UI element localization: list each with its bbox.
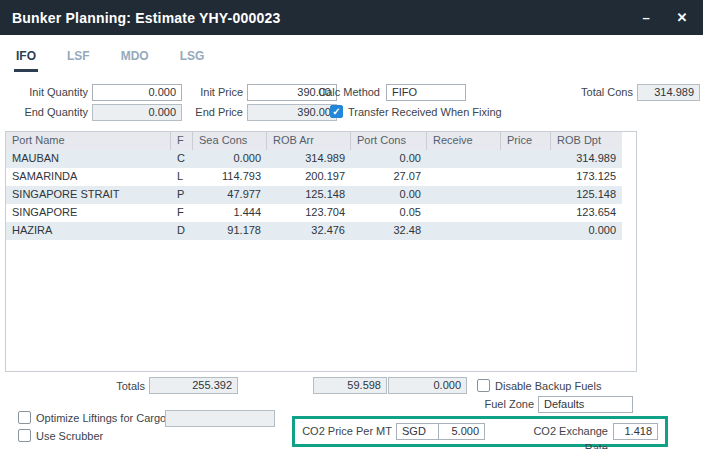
cell-port-cons[interactable]: 0.00 xyxy=(351,150,427,168)
cell-price[interactable] xyxy=(501,204,551,222)
cell-rob-arr[interactable]: 314.989 xyxy=(267,150,351,168)
optimize-liftings-label: Optimize Liftings for Cargo: xyxy=(36,411,169,425)
dialog-title: Bunker Planning: Estimate YHY-000023 xyxy=(0,10,280,26)
total-cons-label: Total Cons xyxy=(578,84,633,101)
end-price-field: 390.00 xyxy=(247,104,337,121)
co2-price-per-mt-label: CO2 Price Per MT xyxy=(300,423,392,440)
cell-receive[interactable] xyxy=(427,150,501,168)
cell-rob-arr[interactable]: 123.704 xyxy=(267,204,351,222)
init-quantity-label: Init Quantity xyxy=(0,84,88,101)
cell-receive[interactable] xyxy=(427,186,501,204)
cell-rob-dpt[interactable]: 125.148 xyxy=(551,186,622,204)
calc-method-label: Calc Method xyxy=(308,84,380,101)
table-row[interactable]: MAUBAN C 0.000 314.989 0.00 314.989 xyxy=(6,150,636,168)
col-header-sea-cons[interactable]: Sea Cons xyxy=(193,132,267,150)
col-header-port-cons[interactable]: Port Cons xyxy=(351,132,427,150)
cell-f[interactable]: F xyxy=(171,204,193,222)
end-price-label: End Price xyxy=(190,104,243,121)
cell-rob-arr[interactable]: 32.476 xyxy=(267,222,351,240)
table-header-row: Port Name F Sea Cons ROB Arr Port Cons R… xyxy=(6,132,636,150)
col-header-rob-arr[interactable]: ROB Arr xyxy=(267,132,351,150)
cell-sea-cons[interactable]: 47.977 xyxy=(193,186,267,204)
close-icon[interactable]: ✕ xyxy=(665,0,699,35)
co2-exchange-rate-label: CO2 Exchange Rate xyxy=(508,423,608,449)
table-row[interactable]: SINGAPORE STRAIT P 47.977 125.148 0.00 1… xyxy=(6,186,636,204)
cell-port-name[interactable]: SINGAPORE STRAIT xyxy=(6,186,171,204)
cell-port-name[interactable]: HAZIRA xyxy=(6,222,171,240)
cell-port-name[interactable]: MAUBAN xyxy=(6,150,171,168)
totals-port-cons-field: 59.598 xyxy=(313,377,387,394)
cell-f[interactable]: C xyxy=(171,150,193,168)
tab-lsf[interactable]: LSF xyxy=(65,46,92,72)
totals-receive-field: 0.000 xyxy=(388,377,467,394)
fuel-zone-set-field[interactable]: Defaults xyxy=(538,396,633,413)
co2-currency-field[interactable]: SGD xyxy=(396,423,439,440)
table-row[interactable]: SAMARINDA L 114.793 200.197 27.07 173.12… xyxy=(6,168,636,186)
cell-price[interactable] xyxy=(501,186,551,204)
tab-lsg[interactable]: LSG xyxy=(178,46,207,72)
bunker-port-table: Port Name F Sea Cons ROB Arr Port Cons R… xyxy=(5,131,637,372)
co2-settings-highlight-box: CO2 Price Per MT SGD 5.000 CO2 Exchange … xyxy=(292,416,668,447)
cell-sea-cons[interactable]: 0.000 xyxy=(193,150,267,168)
cell-f[interactable]: P xyxy=(171,186,193,204)
transfer-received-checkbox[interactable]: ✓ xyxy=(330,105,343,118)
cell-rob-dpt[interactable]: 173.125 xyxy=(551,168,622,186)
cell-f[interactable]: L xyxy=(171,168,193,186)
cell-port-name[interactable]: SINGAPORE xyxy=(6,204,171,222)
dialog-titlebar: Bunker Planning: Estimate YHY-000023 – ✕ xyxy=(0,0,703,35)
col-header-price[interactable]: Price xyxy=(501,132,551,150)
col-header-receive[interactable]: Receive xyxy=(427,132,501,150)
cell-price[interactable] xyxy=(501,150,551,168)
tab-mdo[interactable]: MDO xyxy=(119,46,151,72)
cell-port-cons[interactable]: 0.05 xyxy=(351,204,427,222)
table-row[interactable]: SINGAPORE F 1.444 123.704 0.05 123.654 xyxy=(6,204,636,222)
cell-rob-dpt[interactable]: 123.654 xyxy=(551,204,622,222)
cell-receive[interactable] xyxy=(427,168,501,186)
cell-price[interactable] xyxy=(501,168,551,186)
cell-rob-arr[interactable]: 200.197 xyxy=(267,168,351,186)
minimize-icon[interactable]: – xyxy=(629,0,663,35)
use-scrubber-checkbox[interactable] xyxy=(18,429,31,442)
cell-receive[interactable] xyxy=(427,204,501,222)
cell-port-cons[interactable]: 0.00 xyxy=(351,186,427,204)
init-price-label: Init Price xyxy=(190,84,243,101)
cell-sea-cons[interactable]: 91.178 xyxy=(193,222,267,240)
optimize-liftings-cargo-field xyxy=(165,410,275,427)
table-vertical-scrollbar[interactable] xyxy=(622,132,636,371)
cell-receive[interactable] xyxy=(427,222,501,240)
checkmark-icon: ✓ xyxy=(332,106,340,117)
cell-rob-dpt[interactable]: 0.000 xyxy=(551,222,622,240)
cell-sea-cons[interactable]: 1.444 xyxy=(193,204,267,222)
totals-sea-cons-field: 255.392 xyxy=(149,377,238,394)
cell-port-cons[interactable]: 32.48 xyxy=(351,222,427,240)
col-header-rob-dpt[interactable]: ROB Dpt xyxy=(551,132,622,150)
cell-f[interactable]: D xyxy=(171,222,193,240)
end-quantity-field: 0.000 xyxy=(92,104,182,121)
cell-port-name[interactable]: SAMARINDA xyxy=(6,168,171,186)
col-header-f[interactable]: F xyxy=(171,132,193,150)
col-header-port-name[interactable]: Port Name xyxy=(6,132,171,150)
co2-price-field[interactable]: 5.000 xyxy=(438,423,485,440)
totals-label: Totals xyxy=(85,378,145,395)
end-quantity-label: End Quantity xyxy=(0,104,88,121)
cell-price[interactable] xyxy=(501,222,551,240)
co2-exchange-rate-field[interactable]: 1.418 xyxy=(613,423,658,440)
fuel-tab-bar: IFO LSF MDO LSG xyxy=(0,46,233,72)
disable-backup-fuels-checkbox[interactable] xyxy=(477,379,490,392)
cell-rob-arr[interactable]: 125.148 xyxy=(267,186,351,204)
use-scrubber-label: Use Scrubber xyxy=(36,429,103,443)
cell-port-cons[interactable]: 27.07 xyxy=(351,168,427,186)
tab-ifo[interactable]: IFO xyxy=(14,46,38,72)
table-row[interactable]: HAZIRA D 91.178 32.476 32.48 0.000 xyxy=(6,222,636,240)
optimize-liftings-checkbox[interactable] xyxy=(18,411,31,424)
init-quantity-field[interactable]: 0.000 xyxy=(92,84,182,101)
disable-backup-fuels-label: Disable Backup Fuels xyxy=(495,379,601,393)
cell-sea-cons[interactable]: 114.793 xyxy=(193,168,267,186)
total-cons-field: 314.989 xyxy=(637,84,700,101)
transfer-received-label: Transfer Received When Fixing xyxy=(348,105,502,119)
calc-method-field[interactable]: FIFO xyxy=(386,84,466,101)
cell-rob-dpt[interactable]: 314.989 xyxy=(551,150,622,168)
